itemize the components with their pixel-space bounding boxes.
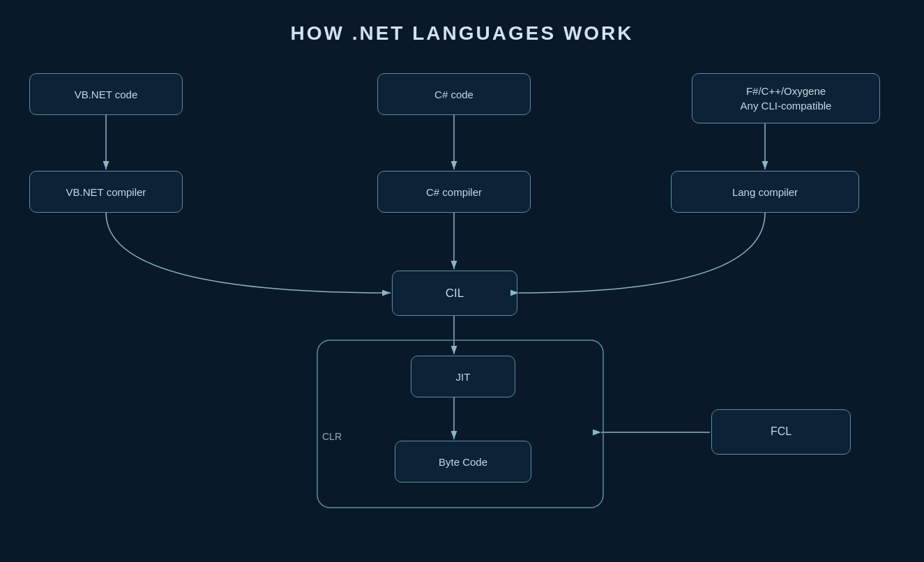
lang-compiler-box: Lang compiler: [671, 171, 859, 213]
bytecode-box: Byte Code: [395, 441, 531, 483]
cs-code-box: C# code: [377, 73, 531, 115]
fcl-box: FCL: [711, 409, 851, 455]
vb-code-box: VB.NET code: [29, 73, 183, 115]
vb-compiler-box: VB.NET compiler: [29, 171, 183, 213]
cs-compiler-box: C# compiler: [377, 171, 531, 213]
cil-box: CIL: [392, 271, 517, 316]
other-code-box: F#/C++/OxygeneAny CLI-compatible: [692, 73, 880, 123]
page-title: HOW .NET LANGUAGES WORK: [290, 22, 633, 45]
diagram-container: HOW .NET LANGUAGES WORK VB.NET code C# c…: [0, 0, 924, 562]
jit-box: JIT: [411, 356, 515, 397]
clr-label: CLR: [322, 431, 342, 442]
